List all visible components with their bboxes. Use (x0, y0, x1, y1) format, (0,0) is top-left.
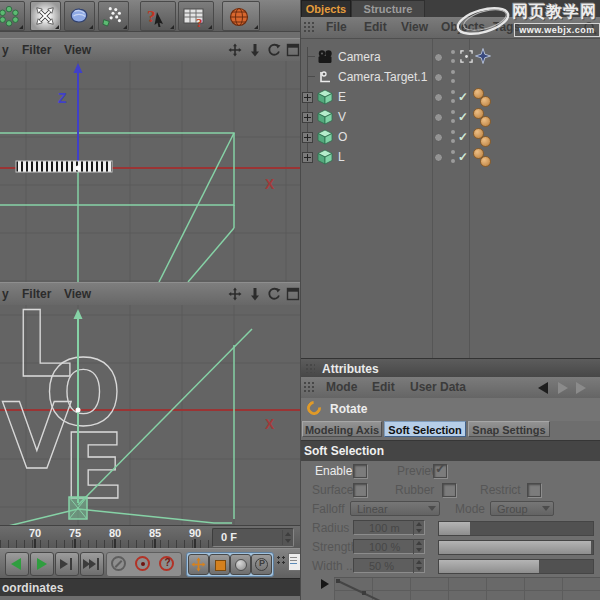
search-icon[interactable] (583, 21, 597, 35)
object-label[interactable]: Camera (338, 50, 381, 64)
radius-slider[interactable] (438, 521, 594, 536)
viewport-rotate-icon[interactable] (267, 287, 281, 301)
viewport-move-icon[interactable] (228, 287, 242, 301)
mode-dropdown[interactable]: Group (490, 501, 554, 516)
viewport-maximize-icon[interactable] (286, 287, 300, 301)
object-label[interactable]: Camera.Target.1 (338, 70, 427, 84)
record-rotation-icon[interactable] (230, 554, 251, 575)
coordinates-header[interactable]: oordinates (0, 578, 300, 596)
visibility-dot-editor[interactable] (451, 130, 455, 134)
attributes-grip[interactable] (305, 363, 315, 373)
history-forward-icon[interactable] (558, 382, 568, 394)
play-forward-button[interactable] (30, 552, 54, 576)
target-expression-tag-icon[interactable] (475, 48, 491, 64)
expand-toggle[interactable] (302, 152, 313, 163)
texture-tag-icon[interactable] (480, 116, 491, 127)
object-label[interactable]: O (338, 130, 347, 144)
enable-checkbox[interactable] (353, 464, 367, 478)
command-table-icon[interactable]: ? (178, 1, 214, 31)
visibility-dot-render[interactable] (451, 79, 455, 83)
object-label[interactable]: V (338, 110, 346, 124)
visibility-dot-render[interactable] (451, 139, 455, 143)
width-field[interactable]: 50 % (353, 558, 425, 573)
visibility-dot-render[interactable] (451, 59, 455, 63)
objects-menu-objects[interactable]: Objects (441, 20, 485, 34)
width-stepper[interactable] (413, 558, 424, 573)
current-frame-field[interactable]: 0 F (212, 528, 294, 547)
strength-stepper[interactable] (413, 539, 424, 554)
tree-row-E[interactable]: E ✓ (300, 87, 600, 107)
expand-toggle[interactable] (302, 92, 313, 103)
layer-dot[interactable] (434, 53, 443, 62)
viewport-dolly-icon[interactable] (248, 287, 262, 301)
camera-active-icon[interactable] (460, 50, 473, 63)
layer-dot[interactable] (434, 93, 443, 102)
viewport-maximize-icon[interactable] (286, 43, 300, 57)
texture-tag-icon[interactable] (480, 96, 491, 107)
panel-grip[interactable] (303, 21, 316, 33)
texture-tag-icon[interactable] (480, 156, 491, 167)
visibility-dot-render[interactable] (451, 99, 455, 103)
metaball-icon[interactable] (64, 1, 95, 31)
viewport-menu-filter[interactable]: Filter (22, 43, 51, 57)
attributes-titlebar[interactable]: Attributes (300, 358, 600, 378)
frame-stepper[interactable] (282, 530, 293, 545)
tree-row-camera[interactable]: Camera (300, 47, 600, 67)
tree-row-O[interactable]: O ✓ (300, 127, 600, 147)
visibility-dot-editor[interactable] (451, 110, 455, 114)
visibility-dot-render[interactable] (451, 159, 455, 163)
visibility-dot-editor[interactable] (451, 150, 455, 154)
layer-dot[interactable] (434, 153, 443, 162)
visibility-dot-editor[interactable] (451, 70, 455, 74)
tab-soft-selection[interactable]: Soft Selection (384, 421, 466, 437)
layer-dot[interactable] (434, 113, 443, 122)
enable-check-icon[interactable]: ✓ (458, 150, 468, 164)
falloff-dropdown[interactable]: Linear (350, 501, 440, 516)
width-slider[interactable] (438, 559, 594, 574)
autokey-icon[interactable]: ? (159, 556, 174, 571)
attr-menu-userdata[interactable]: User Data (410, 380, 466, 394)
objects-menu-tags[interactable]: Tags (493, 20, 520, 34)
viewport-menu-filter[interactable]: Filter (22, 287, 51, 301)
rubber-checkbox[interactable] (442, 483, 456, 497)
tab-structure[interactable]: Structure (351, 0, 425, 17)
web-icon[interactable] (222, 1, 260, 31)
enable-check-icon[interactable]: ✓ (458, 130, 468, 144)
radius-field[interactable]: 100 m (353, 520, 425, 535)
viewport-bottom-canvas[interactable]: L O V E X (0, 305, 300, 525)
visibility-dot-editor[interactable] (451, 50, 455, 54)
viewport-menu-truncated[interactable]: y (2, 43, 9, 57)
record-parameter-icon[interactable]: P (251, 554, 272, 575)
help-icon[interactable]: ? (140, 1, 176, 31)
radius-stepper[interactable] (413, 520, 424, 535)
viewport-top-canvas[interactable]: Z X (0, 61, 300, 282)
objects-menu-file[interactable]: File (326, 20, 347, 34)
visibility-dot-render[interactable] (451, 119, 455, 123)
viewport-dolly-icon[interactable] (248, 43, 262, 57)
attr-menu-mode[interactable]: Mode (326, 380, 357, 394)
goto-next-frame-button[interactable] (55, 552, 79, 576)
restrict-checkbox[interactable] (527, 483, 541, 497)
array-object-icon[interactable] (0, 1, 25, 31)
enable-check-icon[interactable]: ✓ (458, 110, 468, 124)
object-label[interactable]: L (338, 150, 345, 164)
panel-grip[interactable] (303, 381, 316, 393)
goto-end-button[interactable] (80, 552, 104, 576)
record-keyframe-icon[interactable] (135, 556, 150, 571)
viewport-menu-view[interactable]: View (64, 43, 91, 57)
viewport-menu-truncated[interactable]: y (2, 287, 9, 301)
viewport-rotate-icon[interactable] (267, 43, 281, 57)
viewport-menu-view[interactable]: View (64, 287, 91, 301)
visibility-dot-editor[interactable] (451, 90, 455, 94)
tree-row-camera-target[interactable]: Camera.Target.1 (300, 67, 600, 87)
move-tool-icon[interactable] (30, 1, 61, 31)
goto-previous-frame-button[interactable] (5, 552, 29, 576)
keyframe-record-disabled-icon[interactable] (111, 556, 126, 571)
tab-objects[interactable]: Objects (301, 0, 351, 17)
particles-icon[interactable] (98, 1, 129, 31)
history-back-icon[interactable] (538, 382, 548, 394)
viewport-move-icon[interactable] (228, 43, 242, 57)
history-forward2-icon[interactable] (576, 382, 586, 394)
tree-row-V[interactable]: V ✓ (300, 107, 600, 127)
objects-menu-edit[interactable]: Edit (364, 20, 387, 34)
